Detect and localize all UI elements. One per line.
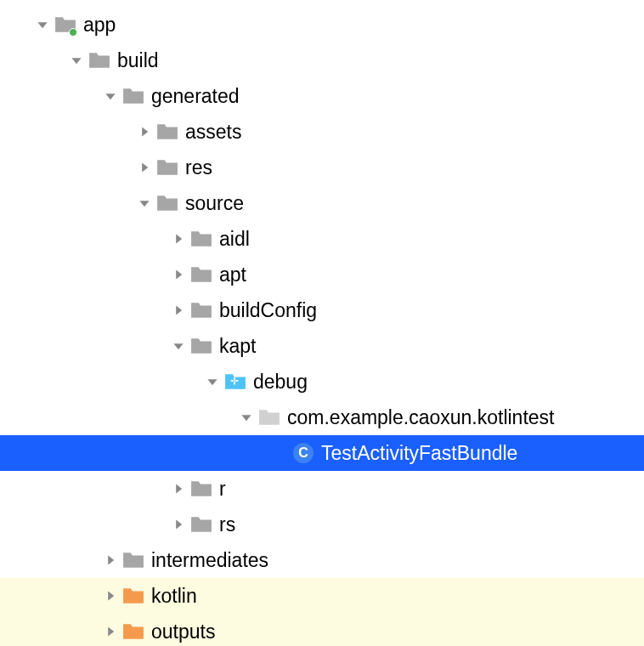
class-file-icon: C — [292, 442, 314, 464]
source-folder-icon — [224, 371, 246, 393]
expand-icon[interactable] — [102, 626, 119, 638]
tree-label: r — [219, 478, 226, 501]
tree-item-buildconfig[interactable]: buildConfig — [0, 292, 644, 328]
tree-item-outputs[interactable]: outputs — [0, 614, 644, 646]
tree-label: buildConfig — [219, 299, 317, 322]
expand-icon[interactable] — [170, 483, 187, 495]
tree-item-debug[interactable]: debug — [0, 364, 644, 400]
expand-icon[interactable] — [170, 269, 187, 280]
folder-icon — [122, 85, 144, 107]
expand-icon[interactable] — [170, 340, 187, 352]
tree-item-assets[interactable]: assets — [0, 114, 644, 150]
tree-item-source[interactable]: source — [0, 185, 644, 221]
expand-icon[interactable] — [68, 54, 85, 66]
tree-item-rs[interactable]: rs — [0, 507, 644, 542]
expand-icon[interactable] — [136, 126, 153, 138]
expand-icon[interactable] — [102, 90, 119, 102]
tree-label: debug — [253, 371, 308, 394]
expand-icon[interactable] — [136, 162, 153, 173]
folder-icon — [156, 156, 178, 178]
expand-icon[interactable] — [204, 376, 221, 388]
folder-icon — [88, 49, 110, 71]
expand-icon[interactable] — [102, 590, 119, 602]
tree-label: assets — [185, 121, 241, 144]
expand-icon[interactable] — [170, 233, 187, 245]
tree-label: kotlin — [151, 585, 197, 608]
tree-item-aidl[interactable]: aidl — [0, 221, 644, 257]
tree-item-apt[interactable]: apt — [0, 257, 644, 292]
expand-icon[interactable] — [34, 19, 51, 31]
folder-icon — [190, 335, 212, 357]
tree-item-res[interactable]: res — [0, 150, 644, 185]
expand-icon[interactable] — [238, 411, 255, 423]
tree-item-package[interactable]: com.example.caoxun.kotlintest — [0, 400, 644, 435]
tree-label: aidl — [219, 228, 250, 251]
tree-item-kotlin[interactable]: kotlin — [0, 578, 644, 614]
tree-item-generated[interactable]: generated — [0, 78, 644, 114]
folder-icon — [190, 264, 212, 286]
excluded-folder-icon — [122, 620, 144, 643]
module-folder-icon — [54, 14, 76, 36]
tree-item-kapt[interactable]: kapt — [0, 328, 644, 364]
tree-label: build — [117, 49, 159, 72]
folder-icon — [190, 478, 212, 500]
tree-label: apt — [219, 264, 246, 286]
tree-label: app — [83, 14, 116, 37]
expand-icon[interactable] — [136, 197, 153, 209]
tree-label: source — [185, 192, 244, 215]
tree-item-app[interactable]: app — [0, 7, 644, 42]
tree-label: kapt — [219, 335, 256, 358]
tree-item-class-selected[interactable]: C TestActivityFastBundle — [0, 435, 644, 471]
project-tree: app build generated assets res source ai… — [0, 0, 644, 646]
folder-icon — [190, 299, 212, 321]
package-folder-icon — [258, 406, 280, 428]
tree-label: outputs — [151, 620, 215, 643]
tree-label: generated — [151, 85, 240, 108]
tree-label: intermediates — [151, 549, 268, 572]
tree-label: com.example.caoxun.kotlintest — [287, 406, 555, 429]
folder-icon — [156, 121, 178, 143]
expand-icon[interactable] — [102, 554, 119, 566]
expand-icon[interactable] — [170, 304, 187, 316]
expand-icon[interactable] — [170, 518, 187, 530]
tree-label: rs — [219, 513, 235, 536]
folder-icon — [190, 513, 212, 536]
tree-item-intermediates[interactable]: intermediates — [0, 542, 644, 578]
folder-icon — [156, 192, 178, 214]
folder-icon — [190, 228, 212, 250]
tree-item-build[interactable]: build — [0, 42, 644, 78]
tree-label: TestActivityFastBundle — [321, 442, 517, 465]
folder-icon — [122, 549, 144, 571]
excluded-folder-icon — [122, 585, 144, 607]
tree-item-r[interactable]: r — [0, 471, 644, 507]
tree-label: res — [185, 156, 212, 179]
